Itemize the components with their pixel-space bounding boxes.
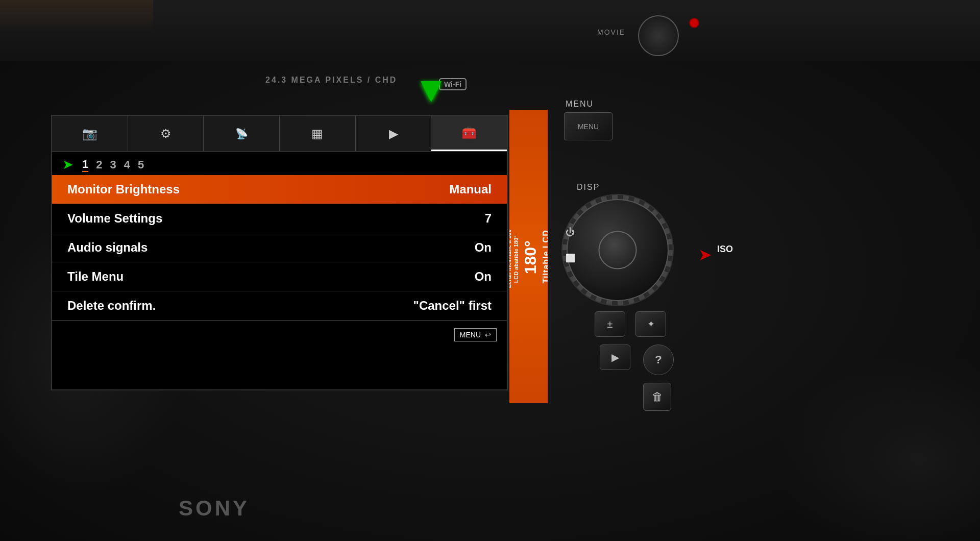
tiltable-text: Écran inclinable à 180° LCD abatible 180… [509, 220, 548, 293]
creative-icon: ✦ [647, 318, 655, 330]
menu-item-audio-signals[interactable]: Audio signals On [52, 233, 507, 262]
movie-label: MOVIE [597, 28, 625, 36]
exposure-correction-button[interactable]: ± [595, 311, 625, 337]
bottom-right-row1: ± ✦ [595, 311, 666, 337]
menu-back-label: MENU [460, 331, 481, 339]
tab-network[interactable]: 📡 [204, 116, 280, 151]
page-4[interactable]: 4 [124, 158, 130, 171]
delete-icon: 🗑 [652, 390, 663, 404]
delete-confirm-value: "Cancel" first [413, 299, 492, 313]
green-arrow-right-annotation: ➤ [62, 157, 74, 173]
delete-confirm-label: Delete confirm. [67, 299, 156, 313]
menu-item-volume-settings[interactable]: Volume Settings 7 [52, 204, 507, 233]
tiltable-line2: LCD abatible 180° [512, 230, 520, 288]
movie-record-dot [689, 18, 699, 28]
menu-bottom-bar: MENU ↩ [52, 321, 507, 349]
menu-ctrl-label: MENU [566, 100, 594, 109]
lcd-screen: 📷 ⚙ 📡 ▦ ▶ 🧰 ➤ 1 2 3 4 5 [51, 115, 508, 390]
settings-tab-icon: ⚙ [160, 127, 172, 141]
dial-center-button[interactable] [599, 231, 637, 269]
menu-hardware-button[interactable]: MENU [564, 112, 612, 140]
tiltable-lcd-label: Écran inclinable à 180° LCD abatible 180… [509, 110, 548, 403]
tab-playback[interactable]: ▶ [356, 116, 432, 151]
tile-menu-label: Tile Menu [67, 269, 124, 284]
audio-signals-value: On [475, 240, 492, 255]
toolbox-tab-icon: 🧰 [461, 126, 477, 140]
menu-tabs: 📷 ⚙ 📡 ▦ ▶ 🧰 [52, 116, 507, 152]
page-3[interactable]: 3 [110, 158, 116, 171]
sony-brand: SONY [179, 496, 250, 521]
disp-label: DISP [577, 183, 600, 192]
finger-area [0, 0, 153, 31]
camera-specs: 24.3 MEGA PIXELS / CHD [265, 76, 397, 85]
iso-label: ISO [717, 244, 733, 255]
monitor-brightness-value: Manual [449, 182, 492, 196]
page-1[interactable]: 1 [82, 158, 88, 172]
menu-item-monitor-brightness[interactable]: Monitor Brightness Manual [52, 175, 507, 204]
side-icons: ⏻ ⬜ [566, 227, 576, 263]
tiltable-subtitle: Tiltable LCD [541, 225, 548, 288]
playback-icon: ▶ [611, 351, 619, 363]
volume-settings-label: Volume Settings [67, 211, 162, 226]
tab-settings[interactable]: ⚙ [128, 116, 204, 151]
green-arrow-down-annotation: ▼ [413, 69, 449, 110]
grid-tab-icon: ▦ [311, 127, 323, 141]
main-dial[interactable] [567, 199, 669, 301]
power-icon[interactable]: ⏻ [566, 227, 576, 238]
delete-button[interactable]: 🗑 [643, 383, 671, 411]
mode-dial[interactable] [638, 15, 679, 56]
menu-back-button[interactable]: MENU ↩ [454, 328, 497, 341]
playback-tab-icon: ▶ [389, 127, 398, 141]
help-button[interactable]: ? [643, 345, 674, 375]
tab-toolbox[interactable]: 🧰 [431, 116, 507, 151]
creative-style-button[interactable]: ✦ [635, 311, 666, 337]
tab-camera[interactable]: 📷 [52, 116, 128, 151]
volume-settings-value: 7 [485, 211, 492, 226]
tile-menu-value: On [475, 269, 492, 284]
playback-button[interactable]: ▶ [600, 345, 630, 370]
menu-hw-label: MENU [578, 122, 599, 131]
monitor-brightness-label: Monitor Brightness [67, 182, 180, 196]
camera-tab-icon: 📷 [82, 127, 97, 141]
main-dial-container [561, 194, 674, 306]
page-2[interactable]: 2 [96, 158, 102, 171]
page-numbers-row: ➤ 1 2 3 4 5 [52, 152, 507, 175]
menu-list: Monitor Brightness Manual Volume Setting… [52, 175, 507, 321]
audio-signals-label: Audio signals [67, 240, 148, 255]
tiltable-big-text: 180° [520, 227, 542, 288]
page-5[interactable]: 5 [138, 158, 144, 171]
red-arrow-iso-annotation: ➤ [698, 245, 712, 264]
help-icon: ? [655, 353, 662, 366]
back-icon: ↩ [485, 331, 491, 339]
network-tab-icon: 📡 [235, 128, 248, 140]
menu-item-tile-menu[interactable]: Tile Menu On [52, 262, 507, 291]
menu-item-delete-confirm[interactable]: Delete confirm. "Cancel" first [52, 291, 507, 321]
screen-mode-icon[interactable]: ⬜ [566, 253, 576, 263]
tab-grid[interactable]: ▦ [280, 116, 356, 151]
exposure-icon: ± [607, 318, 613, 330]
